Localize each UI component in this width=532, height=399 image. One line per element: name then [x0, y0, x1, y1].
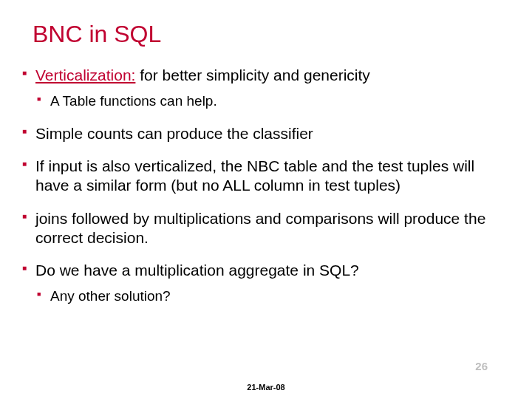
slide-content: Verticalization: for better simplicity a…	[0, 48, 532, 306]
bullet-item: joins followed by multiplications and co…	[21, 209, 511, 248]
bullet-highlight: Verticalization:	[35, 66, 135, 83]
sub-bullet-list: Any other solution?	[35, 287, 511, 306]
page-number: 26	[475, 360, 488, 372]
bullet-item: Do we have a multiplication aggregate in…	[21, 261, 511, 306]
sub-bullet-item: A Table functions can help.	[35, 92, 511, 111]
bullet-item: Verticalization: for better simplicity a…	[21, 66, 511, 111]
bullet-text: for better simplicity and genericity	[135, 66, 369, 83]
bullet-list: Verticalization: for better simplicity a…	[21, 66, 511, 306]
sub-bullet-item: Any other solution?	[35, 287, 511, 306]
slide-title: BNC in SQL	[0, 0, 532, 48]
bullet-item: If input is also verticalized, the NBC t…	[21, 157, 511, 196]
bullet-item: Simple counts can produce the classifier	[21, 124, 511, 143]
sub-bullet-list: A Table functions can help.	[35, 92, 511, 111]
bullet-text: Do we have a multiplication aggregate in…	[35, 262, 359, 279]
slide: BNC in SQL Verticalization: for better s…	[0, 0, 532, 399]
footer-date: 21-Mar-08	[247, 383, 284, 392]
